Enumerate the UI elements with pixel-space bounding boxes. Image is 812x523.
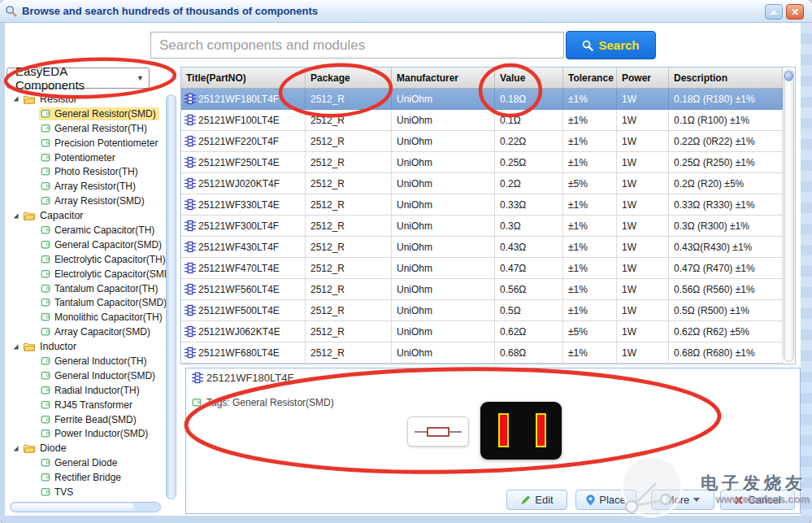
search-button-icon bbox=[582, 40, 593, 51]
tree-horizontal-scrollbar[interactable] bbox=[10, 502, 161, 512]
cell-title: 25121WF470LT4E bbox=[181, 258, 306, 279]
tree-item-general-resistor-th[interactable]: General Resistor(TH) bbox=[10, 121, 166, 136]
tree-vertical-scrollbar[interactable] bbox=[166, 94, 176, 499]
chip-icon bbox=[185, 220, 196, 232]
table-row[interactable]: 25121WF680LT4E2512_RUniOhm0.68Ω±1%1W0.68… bbox=[181, 342, 783, 364]
table-row[interactable]: 25121WF220LT4F2512_RUniOhm0.22Ω±1%1W0.22… bbox=[181, 131, 783, 152]
tree-item-array-resistor-th[interactable]: Array Resistor(TH) bbox=[10, 179, 166, 194]
search-input[interactable] bbox=[150, 32, 564, 59]
cell-description: 0.25Ω (R250) ±1% bbox=[669, 152, 783, 173]
table-row[interactable]: 25121WF180LT4F2512_RUniOhm0.18Ω±1%1W0.18… bbox=[181, 89, 783, 110]
cell-description: 0.33Ω (R330) ±1% bbox=[669, 194, 783, 216]
folder-icon bbox=[23, 443, 36, 453]
tree-item-electrolytic-capacitor-smd[interactable]: Electrolytic Capacitor(SMD) bbox=[10, 267, 166, 281]
tree-item-electrolytic-capacitor-th[interactable]: Electrolytic Capacitor(TH) bbox=[10, 252, 166, 267]
button-label: Cancel bbox=[748, 494, 780, 506]
chip-icon bbox=[185, 262, 196, 274]
resistor-symbol-icon bbox=[415, 426, 462, 438]
tree-item-tantalum-capacitor-smd[interactable]: Tantalum Capacitor(SMD) bbox=[10, 295, 166, 310]
tree-item-general-resistor-smd[interactable]: General Resistor(SMD) bbox=[10, 107, 166, 121]
cell-power: 1W bbox=[617, 216, 669, 237]
cell-power: 1W bbox=[617, 89, 669, 110]
tree-item-tantalum-capacitor-th[interactable]: Tantalum Capacitor(TH) bbox=[10, 281, 166, 296]
search-button[interactable]: Search bbox=[566, 31, 656, 59]
cell-tolerance: ±1% bbox=[563, 342, 617, 364]
tree-item-radial-inductor-th[interactable]: Radial Inductor(TH) bbox=[10, 383, 166, 398]
tree-item-power-inductor-smd[interactable]: Power Inductor(SMD) bbox=[10, 426, 166, 441]
cell-value: 0.33Ω bbox=[495, 194, 563, 216]
tree-item-tvs[interactable]: TVS bbox=[10, 485, 166, 499]
table-row[interactable]: 25121WF430LT4F2512_RUniOhm0.43Ω±1%1W0.43… bbox=[181, 237, 783, 258]
table-row[interactable]: 25121WF500LT4E2512_RUniOhm0.5Ω±1%1W0.5Ω … bbox=[181, 300, 783, 321]
table-vertical-scrollbar[interactable] bbox=[784, 69, 794, 362]
table-row[interactable]: 25121WJ062KT4E2512_RUniOhm0.62Ω±5%1W0.62… bbox=[181, 321, 783, 342]
close-window-button[interactable]: ✕ bbox=[786, 4, 804, 20]
caret-down-icon bbox=[693, 498, 700, 502]
tree-item-potentiometer[interactable]: Potentiometer bbox=[10, 150, 166, 165]
library-select[interactable]: EasyEDA Components ▼ bbox=[7, 68, 150, 89]
tree-item-label: Electrolytic Capacitor(SMD) bbox=[54, 268, 166, 280]
tag-icon bbox=[41, 241, 51, 249]
more-button[interactable]: More bbox=[651, 490, 714, 510]
tree-item-monolithic-capacitor-th[interactable]: Monolithic Capacitor(TH) bbox=[10, 310, 166, 325]
cell-power: 1W bbox=[617, 237, 669, 258]
column-header-power[interactable]: Power bbox=[617, 68, 669, 88]
tree-item-precision-potentiometer[interactable]: Precision Potentiometer bbox=[10, 136, 166, 150]
cell-package: 2512_R bbox=[306, 131, 392, 152]
chip-icon bbox=[185, 135, 196, 147]
column-header-value[interactable]: Value bbox=[495, 68, 563, 88]
column-header-tolerance[interactable]: Tolerance bbox=[563, 68, 617, 88]
folder-icon bbox=[23, 211, 36, 220]
tag-icon bbox=[41, 386, 51, 394]
browse-components-window: Browse and search hundreds of thousands … bbox=[0, 0, 812, 523]
table-row[interactable]: 25121WF470LT4E2512_RUniOhm0.47Ω±1%1W0.47… bbox=[181, 258, 783, 279]
tree-folder-resistor[interactable]: Resistor bbox=[10, 92, 166, 107]
place-button[interactable]: Place bbox=[575, 490, 636, 510]
tree-item-label: Radial Inductor(TH) bbox=[54, 385, 140, 396]
tree-folder-diode[interactable]: Diode bbox=[10, 441, 166, 455]
tree-item-label: Tantalum Capacitor(TH) bbox=[54, 283, 158, 294]
tree-item-ferrite-bead-smd[interactable]: Ferrite Bead(SMD) bbox=[10, 412, 166, 427]
table-row[interactable]: 25121WJ020KT4F2512_RUniOhm0.2Ω±5%1W0.2Ω … bbox=[181, 173, 783, 194]
table-row[interactable]: 25121WF330LT4E2512_RUniOhm0.33Ω±1%1W0.33… bbox=[181, 194, 783, 216]
tree-item-array-resistor-smd[interactable]: Array Resistor(SMD) bbox=[10, 194, 166, 208]
table-row[interactable]: 25121WF300LT4F2512_RUniOhm0.3Ω±1%1W0.3Ω … bbox=[181, 216, 783, 237]
collapse-window-button[interactable] bbox=[765, 4, 783, 20]
part-number: 25121WF180LT4F bbox=[198, 94, 279, 105]
tree-item-rectifier-bridge[interactable]: Rectifier Bridge bbox=[10, 470, 166, 485]
cancel-button[interactable]: Cancel bbox=[720, 490, 795, 510]
scrollbar-thumb[interactable] bbox=[11, 503, 134, 511]
table-row[interactable]: 25121WF250LT4E2512_RUniOhm0.25Ω±1%1W0.25… bbox=[181, 152, 783, 173]
tree-item-array-capacitor-smd[interactable]: Array Capacitor(SMD) bbox=[10, 325, 166, 339]
cell-power: 1W bbox=[617, 194, 669, 216]
cell-manufacturer: UniOhm bbox=[392, 89, 495, 110]
tree-item-general-inductor-smd[interactable]: General Inductor(SMD) bbox=[10, 368, 166, 383]
cell-tolerance: ±5% bbox=[563, 321, 617, 342]
tree-item-ceramic-capacitor-th[interactable]: Ceramic Capacitor(TH) bbox=[10, 223, 166, 238]
tree-item-label: General Inductor(SMD) bbox=[54, 370, 155, 381]
tree-item-general-diode[interactable]: General Diode bbox=[10, 455, 166, 470]
part-number: 25121WF250LT4E bbox=[198, 157, 280, 168]
column-header-title-partno[interactable]: Title(PartNO) bbox=[181, 68, 306, 88]
part-number: 25121WF470LT4E bbox=[198, 263, 280, 274]
tree-item-rj45-transformer[interactable]: RJ45 Transformer bbox=[10, 398, 166, 412]
cell-title: 25121WF430LT4F bbox=[181, 237, 306, 258]
table-row[interactable]: 25121WF100LT4E2512_RUniOhm0.1Ω±1%1W0.1Ω … bbox=[181, 110, 783, 131]
part-number: 25121WF220LT4F bbox=[198, 136, 279, 147]
tree-item-label: Rectifier Bridge bbox=[54, 472, 121, 483]
scrollbar-thumb[interactable] bbox=[784, 71, 793, 81]
tree-item-label: Monolithic Capacitor(TH) bbox=[54, 312, 163, 323]
part-number: 25121WJ020KT4F bbox=[198, 178, 280, 190]
cell-value: 0.2Ω bbox=[495, 173, 563, 194]
tree-item-general-capacitor-smd[interactable]: General Capacitor(SMD) bbox=[10, 238, 166, 252]
tree-folder-inductor[interactable]: Inductor bbox=[10, 339, 166, 354]
tree-folder-capacitor[interactable]: Capacitor bbox=[10, 208, 166, 223]
edit-button[interactable]: Edit bbox=[506, 490, 567, 510]
column-header-manufacturer[interactable]: Manufacturer bbox=[392, 68, 495, 88]
column-header-description[interactable]: Description bbox=[669, 68, 783, 88]
tree-item-photo-resistor-th[interactable]: Photo Resistor(TH) bbox=[10, 164, 166, 179]
column-header-package[interactable]: Package bbox=[306, 68, 392, 88]
table-row[interactable]: 25121WF560LT4E2512_RUniOhm0.56Ω±1%1W0.56… bbox=[181, 279, 783, 300]
tree-item-general-inductor-th[interactable]: General Inductor(TH) bbox=[10, 354, 166, 368]
cell-package: 2512_R bbox=[306, 152, 392, 173]
